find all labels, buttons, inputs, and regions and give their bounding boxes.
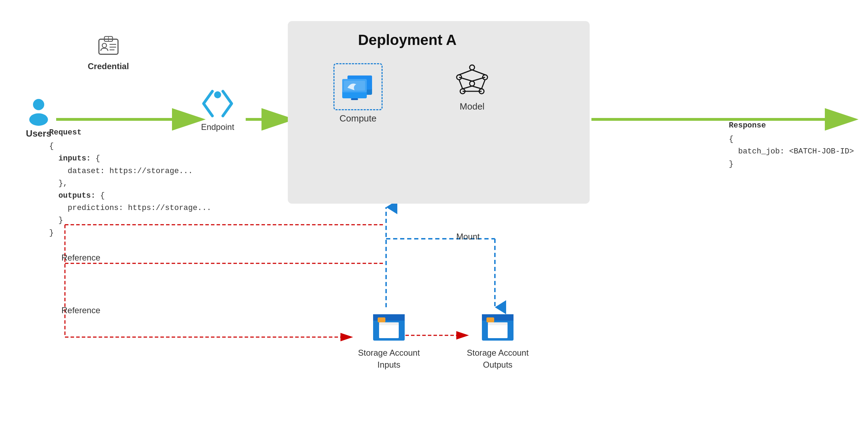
storage-inputs-block: Storage AccountInputs [358,309,420,370]
credential-block: Credential [88,35,129,71]
model-icon [453,63,491,98]
svg-point-21 [102,43,106,47]
endpoint-icon [200,88,235,119]
mount-label: Mount [456,232,480,242]
model-label: Model [460,101,485,112]
compute-icon [339,68,377,104]
request-line-1: { [49,140,211,152]
svg-point-16 [33,99,44,110]
storage-inputs-label: Storage AccountInputs [358,347,420,370]
storage-inputs-icon [371,309,406,344]
model-block: Model [453,63,491,112]
svg-rect-51 [379,322,399,325]
svg-line-45 [463,86,472,89]
request-line-6: predictions: https://storage... [49,202,211,214]
response-line-1: { [729,133,854,145]
request-line-5: outputs: { [49,190,211,202]
response-block: Response { batch_job: <BATCH-JOB-ID> } [729,119,854,170]
request-line-3: dataset: https://storage... [49,165,211,177]
storage-outputs-icon [480,309,515,344]
svg-line-39 [472,70,485,75]
svg-line-40 [459,80,463,89]
users-label: Users [26,128,51,139]
reference-label-1: Reference [61,253,100,263]
request-label: Request [49,126,211,139]
svg-point-32 [470,65,475,70]
svg-rect-58 [486,317,494,322]
user-icon [25,98,53,126]
endpoint-block: Endpoint [200,88,235,132]
diagram-container: Users Credential Request { inputs: { dat… [0,0,868,434]
request-line-7: } [49,214,211,226]
endpoint-label: Endpoint [201,122,234,132]
svg-rect-31 [351,98,358,100]
response-line-2: batch_job: <BATCH-JOB-ID> [729,145,854,158]
deployment-title: Deployment A [358,32,457,48]
compute-dashed-border [333,63,383,110]
reference-label-2: Reference [61,305,100,315]
compute-label: Compute [339,113,377,124]
credential-icon [96,35,121,60]
svg-rect-52 [378,317,385,322]
svg-point-17 [29,113,48,126]
svg-line-41 [482,80,485,89]
response-line-3: } [729,158,854,170]
deployment-container: Deployment A [288,21,590,204]
request-block: Request { inputs: { dataset: https://sto… [49,126,211,239]
request-line-2: inputs: { [49,152,211,165]
svg-point-25 [214,91,221,98]
svg-rect-57 [488,322,508,325]
credential-label: Credential [88,61,129,71]
response-label: Response [729,119,854,132]
svg-line-46 [472,86,482,89]
compute-block: Compute [333,63,383,124]
storage-outputs-block: Storage AccountOutputs [467,309,529,370]
storage-outputs-label: Storage AccountOutputs [467,347,529,370]
request-line-4: }, [49,177,211,190]
request-line-8: } [49,227,211,239]
svg-line-38 [459,70,472,75]
svg-point-37 [470,81,475,86]
